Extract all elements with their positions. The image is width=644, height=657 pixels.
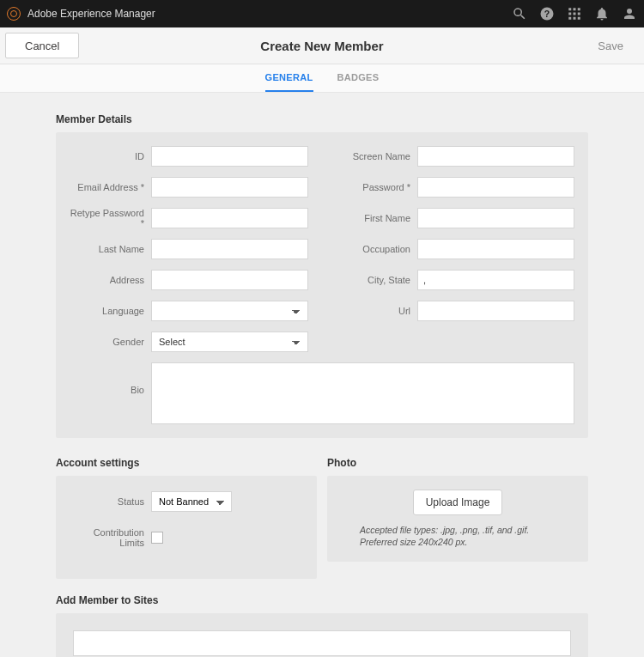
section-photo: Photo — [327, 457, 588, 469]
url-field[interactable] — [417, 301, 574, 321]
label-url: Url — [336, 306, 417, 316]
last-name-field[interactable] — [151, 239, 308, 259]
cancel-button[interactable]: Cancel — [5, 33, 79, 58]
label-bio: Bio — [70, 385, 151, 424]
svg-rect-6 — [574, 13, 576, 15]
upload-image-button[interactable]: Upload Image — [413, 490, 503, 515]
sites-input[interactable] — [73, 630, 571, 656]
svg-rect-5 — [568, 13, 571, 15]
brand-title: Adobe Experience Manager — [27, 8, 155, 20]
label-id: ID — [70, 151, 151, 161]
account-settings-panel: Status Not Banned Contribution Limits — [56, 476, 317, 579]
first-name-field[interactable] — [417, 208, 574, 228]
tab-badges[interactable]: BADGES — [337, 64, 380, 92]
topbar: Adobe Experience Manager ? — [0, 0, 644, 27]
label-email: Email Address * — [70, 182, 151, 192]
svg-rect-9 — [574, 17, 576, 20]
help-icon[interactable]: ? — [539, 6, 555, 21]
apps-icon[interactable] — [567, 6, 582, 21]
label-first-name: First Name — [336, 213, 417, 223]
svg-rect-7 — [578, 13, 580, 15]
label-address: Address — [70, 275, 151, 285]
address-field[interactable] — [151, 270, 308, 290]
photo-hint: Accepted file types: .jpg, .png, .tif, a… — [339, 524, 576, 548]
aem-logo-icon — [7, 7, 21, 21]
photo-panel: Upload Image Accepted file types: .jpg, … — [327, 476, 588, 562]
status-select[interactable]: Not Banned — [151, 491, 232, 512]
label-status: Status — [70, 496, 151, 507]
headerbar: Cancel Create New Member Save — [0, 27, 644, 64]
label-occupation: Occupation — [336, 244, 417, 254]
id-field[interactable] — [151, 146, 308, 167]
section-member-details: Member Details — [56, 113, 588, 125]
email-field[interactable] — [151, 177, 308, 198]
user-icon[interactable] — [622, 6, 637, 21]
retype-password-field[interactable] — [151, 208, 308, 228]
page-title: Create New Member — [260, 39, 383, 53]
save-button[interactable]: Save — [579, 33, 642, 58]
svg-rect-4 — [578, 8, 580, 10]
svg-rect-8 — [568, 17, 571, 20]
section-add-to-sites: Add Member to Sites — [56, 594, 588, 606]
contribution-limits-checkbox[interactable] — [151, 532, 163, 544]
svg-rect-3 — [574, 8, 576, 10]
tabs: GENERAL BADGES — [0, 64, 644, 93]
label-last-name: Last Name — [70, 244, 151, 254]
svg-rect-2 — [568, 8, 571, 10]
city-state-field[interactable] — [417, 270, 574, 290]
svg-rect-10 — [578, 17, 580, 20]
add-to-sites-panel — [56, 613, 588, 657]
label-contribution-limits: Contribution Limits — [70, 527, 151, 548]
label-gender: Gender — [70, 337, 151, 347]
language-select[interactable] — [151, 301, 308, 321]
bio-field[interactable] — [151, 362, 574, 424]
gender-select[interactable]: Select — [151, 332, 308, 352]
svg-text:?: ? — [544, 9, 550, 19]
section-account-settings: Account settings — [56, 457, 317, 469]
label-password: Password * — [336, 182, 417, 192]
label-language: Language — [70, 306, 151, 316]
label-retype-password: Retype Password * — [70, 208, 151, 228]
tab-general[interactable]: GENERAL — [265, 64, 313, 92]
bell-icon[interactable] — [594, 6, 610, 21]
label-screen-name: Screen Name — [336, 151, 417, 161]
label-city-state: City, State — [336, 275, 417, 285]
search-icon[interactable] — [512, 6, 527, 21]
screen-name-field[interactable] — [417, 146, 574, 167]
member-details-panel: ID Email Address * Retype Password * Las… — [56, 132, 588, 438]
occupation-field[interactable] — [417, 239, 574, 259]
password-field[interactable] — [417, 177, 574, 198]
